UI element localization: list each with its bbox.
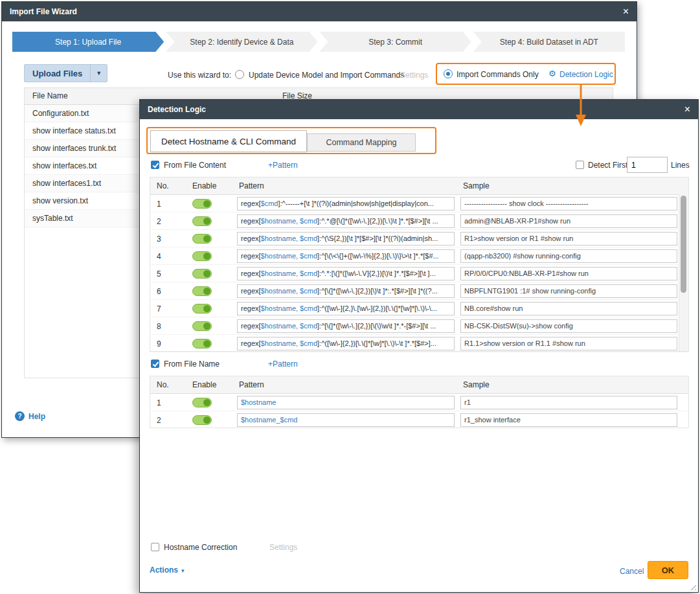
from-file-content-checkbox[interactable] (151, 161, 159, 169)
vertical-scrollbar[interactable] (679, 194, 688, 351)
enable-toggle[interactable] (192, 199, 212, 209)
enable-toggle[interactable] (192, 398, 212, 407)
enable-toggle[interactable] (192, 269, 212, 279)
pattern-rest: ]:^.*@[\(]*([\w\-\.]{2,})[\.\)\t ]*.*[$#… (317, 217, 438, 225)
enable-toggle[interactable] (192, 234, 212, 244)
pattern-row: 8 regex[$hostname, $cmd]:^[\(]*([\w\-\.]… (150, 317, 688, 335)
hostname-correction-checkbox[interactable] (151, 543, 159, 551)
chevron-down-icon: ▼ (180, 568, 185, 574)
enable-toggle[interactable] (192, 216, 212, 226)
pattern-row: 2 $hostname_$cmd r1_show interface (150, 411, 688, 429)
detection-logic-link[interactable]: Detection Logic (559, 70, 613, 79)
gear-icon[interactable]: ⚙ (548, 69, 556, 78)
step-1-upload-file[interactable]: Step 1: Upload File (12, 32, 164, 52)
row-number: 7 (157, 304, 161, 314)
content-pattern-table: No. Enable Pattern Sample 1 regex[$cmd]:… (150, 177, 689, 352)
file-name: Configuration.txt (32, 109, 89, 118)
sample-input[interactable]: R1.1>show version or R1.1 #show run (460, 337, 677, 350)
enable-toggle[interactable] (192, 339, 212, 348)
pattern-input[interactable]: regex[$hostname, $cmd]:^.*@[\(]*([\w\-\.… (237, 214, 455, 228)
pattern-vars: $hostname, $cmd (261, 217, 317, 225)
row-number: 9 (157, 339, 161, 348)
tab-detect-hostname-cli-command[interactable]: Detect Hostname & CLI Command (150, 130, 307, 152)
sample-input[interactable]: R1>show version or R1 #show run (460, 232, 677, 246)
enable-header: Enable (192, 380, 216, 389)
upload-files-button[interactable]: Upload Files ▼ (24, 64, 107, 82)
pattern-rest: ]:^([\w\-]{2,}\.[\w\-]{2,})[\.\(]*[\w]*[… (317, 304, 437, 312)
pattern-input[interactable]: regex[$hostname, $cmd]:^[\(]*([\w\-\.]{2… (237, 319, 455, 333)
pattern-input[interactable]: regex[$hostname, $cmd]:^([\w\-]{2,})[\.\… (237, 337, 455, 350)
actions-menu[interactable]: Actions ▼ (150, 565, 185, 575)
close-icon[interactable]: × (623, 6, 629, 17)
step-3-commit[interactable]: Step 3: Commit (320, 32, 471, 52)
sample-input[interactable]: NB.core#show run (460, 302, 677, 315)
pattern-prefix: regex[ (241, 200, 261, 207)
pattern-input[interactable]: $hostname_$cmd (237, 413, 455, 427)
tab-command-mapping[interactable]: Command Mapping (307, 133, 416, 152)
enable-toggle[interactable] (192, 321, 212, 331)
pattern-input[interactable]: regex[$hostname, $cmd]:^([\w\-]{2,}\.[\w… (237, 302, 455, 315)
enable-toggle[interactable] (192, 286, 212, 296)
no-header: No. (157, 380, 169, 389)
row-number: 2 (157, 416, 161, 425)
update-device-radio[interactable] (235, 70, 244, 79)
row-number: 2 (157, 217, 161, 226)
sample-input[interactable]: (qapp-nb3200) #show running-config (460, 249, 677, 263)
row-number: 1 (157, 398, 161, 407)
pattern-vars: $hostname, $cmd (261, 234, 317, 242)
add-pattern-link[interactable]: +Pattern (268, 161, 298, 170)
cancel-button[interactable]: Cancel (620, 567, 644, 576)
pattern-prefix: regex[ (241, 234, 261, 242)
pattern-input[interactable]: regex[$hostname, $cmd]:^[\(]*([\w\-\.]{2… (237, 284, 455, 298)
pattern-input[interactable]: regex[$hostname, $cmd]:^[\(\<\{]+([\w\-\… (237, 249, 455, 263)
sample-input[interactable]: NB-C5K-DistSW(su)->show config (460, 319, 677, 333)
enable-toggle[interactable] (192, 304, 212, 314)
sample-input[interactable]: r1_show interface (460, 413, 677, 427)
step-4-build-dataset[interactable]: Step 4: Build Dataset in ADT (473, 32, 625, 52)
ok-button[interactable]: OK (648, 561, 688, 579)
dialog-title: Detection Logic (148, 105, 206, 114)
sample-input[interactable]: NBPFLNTG1901 :1# show running-config (460, 284, 677, 298)
pattern-vars: $hostname, $cmd (261, 304, 317, 312)
close-icon[interactable]: × (684, 104, 690, 115)
sample-input[interactable]: RP/0/0/CPU0:NBLAB-XR-P1#show run (460, 267, 677, 280)
detect-first-checkbox[interactable] (576, 161, 584, 169)
sample-input[interactable]: admin@NBLAB-XR-P1#show run (460, 214, 677, 228)
pattern-vars: $hostname, $cmd (261, 287, 317, 295)
add-pattern-link[interactable]: +Pattern (268, 360, 298, 369)
import-commands-only-radio[interactable] (444, 69, 453, 78)
file-name: show interface status.txt (32, 126, 116, 135)
wizard-steps: Step 1: Upload File Step 2: Identify Dev… (12, 32, 625, 52)
enable-toggle[interactable] (192, 251, 212, 261)
pattern-vars: $hostname_$cmd (241, 416, 297, 424)
from-file-name-checkbox[interactable] (151, 360, 159, 368)
pattern-input[interactable]: $hostname (237, 396, 455, 409)
pattern-prefix: regex[ (241, 322, 261, 330)
file-name: sysTable.txt (32, 214, 73, 223)
sample-input[interactable]: r1 (460, 396, 677, 409)
help-link[interactable]: ? Help (15, 411, 45, 421)
scrollbar-thumb[interactable] (681, 196, 686, 293)
row-number: 1 (157, 200, 161, 209)
pattern-input[interactable]: regex[$hostname, $cmd]:^.*:[\(]*([\w\-\.… (237, 267, 455, 280)
pattern-input[interactable]: regex[$cmd]:^------+[\t ]*((?i)(admin|sh… (237, 197, 455, 211)
pattern-rest: ]:^.*:[\(]*([\w\-\.V]{2,})[\)\t ]*.*[$#>… (317, 269, 436, 277)
pattern-input[interactable]: regex[$hostname, $cmd]:^(\S{2,})[\t ]*[$… (237, 232, 455, 246)
step-2-identify-device[interactable]: Step 2: Identify Device & Data (166, 32, 317, 52)
detect-first-label: Detect First (588, 161, 627, 170)
resize-handle[interactable] (688, 582, 696, 590)
detect-first-input[interactable] (627, 157, 668, 173)
settings-link-disabled: Settings (269, 543, 297, 552)
pattern-prefix: regex[ (241, 269, 261, 277)
upload-files-label[interactable]: Upload Files (25, 65, 90, 82)
pattern-row: 5 regex[$hostname, $cmd]:^.*:[\(]*([\w\-… (150, 265, 688, 282)
pattern-rest: ]:^([\w\-]{2,})[\.\(]*[\w]*[\.\)\-\t ]*.… (317, 339, 436, 347)
chevron-down-icon[interactable]: ▼ (90, 65, 107, 82)
wizard-title: Import File Wizard (10, 7, 77, 16)
enable-toggle[interactable] (192, 415, 212, 425)
row-number: 6 (157, 287, 161, 296)
sample-input[interactable]: ------------------ show clock ----------… (460, 197, 677, 211)
filename-table-header: No. Enable Pattern Sample (150, 376, 688, 394)
pattern-rest: ]:^------+[\t ]*((?i)(admin|show|sh|get|… (278, 200, 433, 207)
pattern-row: 1 regex[$cmd]:^------+[\t ]*((?i)(admin|… (150, 195, 688, 212)
